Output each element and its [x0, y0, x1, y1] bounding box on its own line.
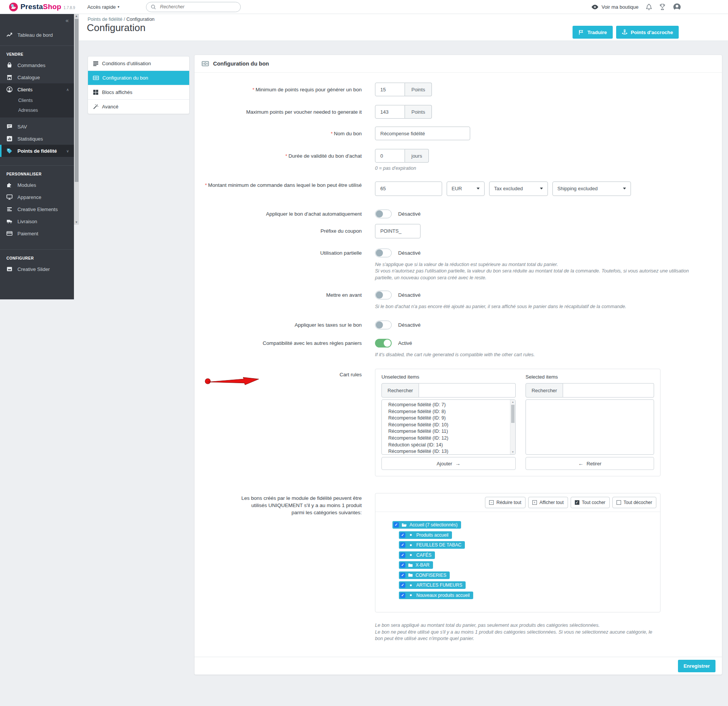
category-tree-box: – Réduire tout + Afficher tout ✓ Tout co… [375, 493, 661, 612]
view-shop-link[interactable]: Voir ma boutique [592, 4, 639, 10]
prestashop-logo[interactable]: PrestaShop 1.7.8.9 [9, 3, 75, 11]
tab-advanced[interactable]: Avancé [88, 100, 189, 114]
anchor-icon [622, 29, 628, 35]
unselected-search-input[interactable] [419, 383, 516, 398]
category-pill[interactable]: ✓ ARTICLES FUMEURS [399, 581, 466, 589]
tab-displayed-blocks[interactable]: Blocs affichés [88, 85, 189, 100]
cart-rule-option[interactable]: Réduction spécial (ID: 14) [382, 442, 515, 449]
remove-button[interactable]: ←Retirer [526, 457, 654, 470]
selected-search-input[interactable] [563, 383, 654, 398]
sidebar-item-shipping[interactable]: Livraison [0, 215, 74, 227]
cart-rule-option[interactable]: Récompense fidélité (ID: 13) [382, 448, 515, 455]
partial-use-help-1: Ne s'applique que si la valeur de la réd… [375, 261, 690, 268]
check-all-button[interactable]: ✓ Tout cocher [571, 497, 610, 508]
cart-rule-option[interactable]: Récompense fidélité (ID: 9) [382, 415, 515, 422]
sidebar-item-stats[interactable]: Statistiques [0, 133, 74, 145]
sidebar-item-creative-slider[interactable]: Creative Slider [0, 263, 74, 275]
category-pill[interactable]: ✓ Nouveaux produits accueil [399, 592, 473, 599]
cart-rules-dual-list: Unselected items Rechercher Récompense f… [375, 369, 661, 476]
prefix-input[interactable] [375, 224, 420, 238]
cart-rule-option[interactable]: Récompense fidélité (ID: 12) [382, 435, 515, 442]
add-button[interactable]: Ajouter→ [381, 457, 516, 470]
hook-points-button[interactable]: Points d'accroche [616, 26, 679, 39]
account-avatar[interactable] [673, 3, 681, 11]
category-pill[interactable]: ✓ CAFÉS [399, 551, 435, 559]
uncheck-all-button[interactable]: Tout décocher [612, 497, 656, 508]
scrollbar-up-arrow[interactable]: ▲ [510, 400, 515, 404]
translate-button[interactable]: Traduire [573, 26, 612, 39]
tax-select[interactable]: Tax excluded [489, 182, 548, 196]
category-pill[interactable]: ✓ FEUILLES DE TABAC [399, 541, 465, 549]
voucher-name-input[interactable] [375, 127, 470, 140]
sidebar-item-loyalty-points[interactable]: Points de fidélité ∨ [0, 145, 74, 157]
partial-use-toggle[interactable] [375, 249, 392, 257]
cart-rule-option[interactable]: Récompense fidélité (ID: 11) [382, 428, 515, 435]
sidebar-collapse-button[interactable]: « [66, 17, 68, 23]
validity-input[interactable] [375, 149, 405, 163]
scrollbar-down-arrow[interactable]: ▼ [74, 220, 79, 225]
auto-apply-toggle[interactable] [375, 210, 392, 218]
cart-rule-option[interactable]: Récompense fidélité (ID: 10) [382, 422, 515, 429]
voucher-name-label: Nom du bon [334, 131, 362, 136]
credit-card-icon [6, 230, 13, 236]
global-search[interactable] [146, 2, 241, 12]
apply-taxes-toggle[interactable] [375, 321, 392, 329]
sidebar-subitem-addresses[interactable]: Adresses [0, 105, 74, 115]
collapse-all-button[interactable]: – Réduire tout [485, 497, 525, 508]
quick-access-menu[interactable]: Accès rapide▾ [87, 4, 119, 10]
checkbox-checked[interactable]: ✓ [400, 593, 405, 598]
sidebar-item-creative-elements[interactable]: Creative Elements [0, 203, 74, 215]
category-pill[interactable]: ✓ Produits accueil [399, 531, 452, 539]
checkbox-checked[interactable]: ✓ [400, 553, 405, 558]
category-root-pill[interactable]: ✓ Accueil (7 sélectionnés) [392, 521, 461, 529]
topbar-actions: Voir ma boutique [592, 0, 681, 14]
breadcrumb-parent[interactable]: Points de fidélité [88, 17, 122, 22]
sidebar-subitem-clients[interactable]: Clients [0, 95, 74, 105]
sidebar-item-dashboard[interactable]: Tableau de bord [0, 29, 74, 41]
tab-conditions[interactable]: Conditions d'utilisation [88, 56, 189, 71]
version-label: 1.7.8.9 [64, 6, 75, 10]
sidebar-scrollbar[interactable]: ▲ ▼ [74, 14, 79, 225]
sidebar-item-design[interactable]: Apparence [0, 191, 74, 203]
notifications-bell-icon[interactable] [646, 4, 652, 10]
list-icon [93, 61, 99, 66]
currency-select[interactable]: EUR [447, 182, 485, 196]
checkbox-checked[interactable]: ✓ [394, 522, 399, 528]
search-input[interactable] [159, 4, 236, 10]
list-scrollbar[interactable]: ▲ ▼ [510, 400, 515, 454]
header-actions: Traduire Points d'accroche [573, 26, 679, 39]
scrollbar-thumb[interactable] [511, 405, 515, 423]
save-button[interactable]: Enregistrer [678, 660, 715, 672]
panel-title: Configuration du bon [213, 61, 269, 67]
min-amount-label: Montant minimum de commande dans lequel … [208, 182, 362, 188]
trophy-icon[interactable] [659, 4, 665, 10]
required-mark: * [253, 87, 254, 92]
category-pill[interactable]: ✓ X-BAR [399, 561, 433, 569]
checkbox-checked[interactable]: ✓ [400, 532, 405, 538]
cart-rule-option[interactable]: Récompense fidélité (ID: 7) [382, 402, 515, 409]
expand-all-button[interactable]: + Afficher tout [528, 497, 568, 508]
min-points-input[interactable] [375, 83, 405, 96]
max-points-input[interactable] [375, 105, 405, 119]
sidebar-item-customer-service[interactable]: SAV [0, 121, 74, 133]
tab-voucher-configuration[interactable]: Configuration du bon [88, 71, 189, 85]
compatibility-toggle[interactable] [375, 339, 392, 348]
sidebar-item-customers[interactable]: Clients ∧ [0, 83, 74, 95]
shipping-select[interactable]: Shipping excluded [552, 182, 631, 196]
category-pill[interactable]: ✓ CONFISERIES [399, 571, 450, 579]
sidebar-item-orders[interactable]: Commandes [0, 59, 74, 71]
checkbox-checked[interactable]: ✓ [400, 562, 405, 568]
form-row-min-amount: *Montant minimum de commande dans lequel… [195, 182, 722, 196]
scrollbar-down-arrow[interactable]: ▼ [510, 450, 515, 454]
checkbox-checked[interactable]: ✓ [400, 573, 405, 578]
highlight-toggle[interactable] [375, 291, 392, 299]
sidebar-item-modules[interactable]: Modules [0, 179, 74, 191]
checkbox-checked[interactable]: ✓ [400, 582, 405, 588]
scrollbar-thumb[interactable] [75, 19, 78, 182]
sidebar-item-payment[interactable]: Paiement [0, 227, 74, 240]
checkbox-checked[interactable]: ✓ [400, 542, 405, 548]
cart-rule-option[interactable]: Récompense fidélité (ID: 8) [382, 409, 515, 415]
scrollbar-up-arrow[interactable]: ▲ [74, 14, 79, 19]
sidebar-item-catalog[interactable]: Catalogue [0, 71, 74, 83]
min-amount-input[interactable] [375, 182, 442, 196]
